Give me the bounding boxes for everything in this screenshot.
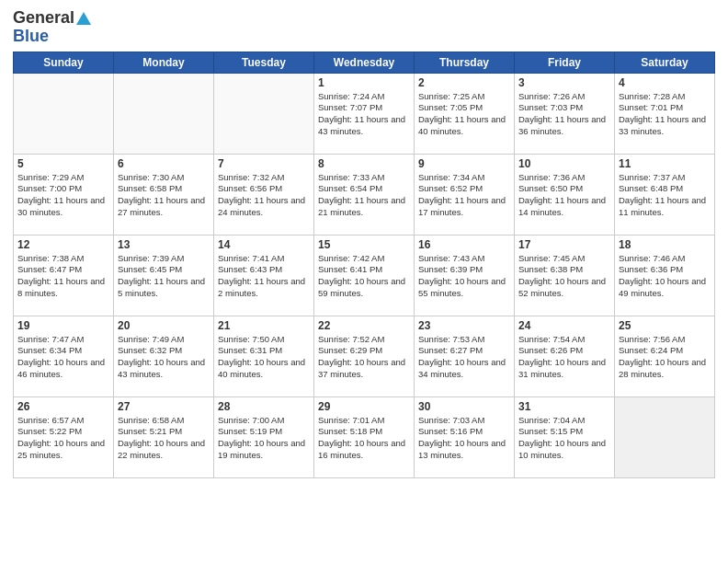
sunset-label: Sunset: 6:43 PM [218,264,282,274]
daylight-label: Daylight: 11 hours and 5 minutes. [118,276,205,298]
day-number: 26 [17,400,109,413]
cell-content: Sunrise: 7:41 AMSunset: 6:43 PMDaylight:… [218,253,310,300]
cell-content: Sunrise: 7:28 AMSunset: 7:01 PMDaylight:… [619,91,711,138]
calendar-cell: 20Sunrise: 7:49 AMSunset: 6:32 PMDayligh… [114,316,214,396]
logo: General Blue [13,9,92,46]
sunrise-label: Sunrise: 7:33 AM [318,172,384,182]
sunset-label: Sunset: 6:26 PM [518,345,583,355]
day-number: 10 [518,157,610,170]
day-number: 2 [418,76,510,89]
cell-content: Sunrise: 7:49 AMSunset: 6:32 PMDaylight:… [118,334,210,381]
cell-content: Sunrise: 7:53 AMSunset: 6:27 PMDaylight:… [418,334,510,381]
sunset-label: Sunset: 7:00 PM [17,183,82,193]
day-number: 7 [218,157,310,170]
day-number: 5 [17,157,109,170]
calendar-cell: 16Sunrise: 7:43 AMSunset: 6:39 PMDayligh… [415,235,515,316]
sunrise-label: Sunrise: 7:04 AM [518,415,585,425]
daylight-label: Daylight: 10 hours and 13 minutes. [418,438,506,460]
daylight-label: Daylight: 10 hours and 40 minutes. [218,357,305,379]
sunrise-label: Sunrise: 6:57 AM [17,415,84,425]
sunrise-label: Sunrise: 7:24 AM [318,91,384,101]
sunset-label: Sunset: 5:19 PM [218,426,282,436]
sunrise-label: Sunrise: 7:28 AM [619,91,685,101]
sunrise-label: Sunrise: 7:54 AM [518,334,585,344]
sunset-label: Sunset: 7:01 PM [619,102,683,112]
daylight-label: Daylight: 11 hours and 36 minutes. [518,114,606,136]
calendar-cell: 23Sunrise: 7:53 AMSunset: 6:27 PMDayligh… [415,316,515,396]
week-row-4: 26Sunrise: 6:57 AMSunset: 5:22 PMDayligh… [14,396,715,477]
sunrise-label: Sunrise: 6:58 AM [118,415,184,425]
logo-general-text: General [13,9,74,28]
cell-content: Sunrise: 7:47 AMSunset: 6:34 PMDaylight:… [17,334,109,381]
cell-content: Sunrise: 7:25 AMSunset: 7:05 PMDaylight:… [418,91,510,138]
calendar-cell: 9Sunrise: 7:34 AMSunset: 6:52 PMDaylight… [415,154,515,235]
sunset-label: Sunset: 6:50 PM [518,183,583,193]
calendar-cell: 29Sunrise: 7:01 AMSunset: 5:18 PMDayligh… [314,396,415,477]
sunset-label: Sunset: 5:18 PM [318,426,382,436]
sunset-label: Sunset: 6:52 PM [418,183,483,193]
daylight-label: Daylight: 10 hours and 49 minutes. [619,276,706,298]
cell-content: Sunrise: 7:52 AMSunset: 6:29 PMDaylight:… [318,334,410,381]
daylight-label: Daylight: 10 hours and 16 minutes. [318,438,405,460]
sunset-label: Sunset: 6:34 PM [17,345,82,355]
calendar-cell: 7Sunrise: 7:32 AMSunset: 6:56 PMDaylight… [214,154,314,235]
calendar-cell: 24Sunrise: 7:54 AMSunset: 6:26 PMDayligh… [515,316,615,396]
daylight-label: Daylight: 11 hours and 8 minutes. [17,276,105,298]
daylight-label: Daylight: 10 hours and 59 minutes. [318,276,405,298]
calendar-cell: 4Sunrise: 7:28 AMSunset: 7:01 PMDaylight… [615,73,715,154]
day-number: 18 [619,238,711,251]
sunset-label: Sunset: 6:45 PM [118,264,182,274]
header-row: SundayMondayTuesdayWednesdayThursdayFrid… [14,52,715,73]
sunset-label: Sunset: 5:22 PM [17,426,82,436]
cell-content: Sunrise: 7:24 AMSunset: 7:07 PMDaylight:… [318,91,410,138]
daylight-label: Daylight: 10 hours and 46 minutes. [17,357,105,379]
sunset-label: Sunset: 7:03 PM [518,102,583,112]
calendar-cell: 10Sunrise: 7:36 AMSunset: 6:50 PMDayligh… [515,154,615,235]
daylight-label: Daylight: 11 hours and 21 minutes. [318,195,405,217]
sunset-label: Sunset: 6:32 PM [118,345,182,355]
calendar-cell: 3Sunrise: 7:26 AMSunset: 7:03 PMDaylight… [515,73,615,154]
cell-content: Sunrise: 7:30 AMSunset: 6:58 PMDaylight:… [118,172,210,219]
sunrise-label: Sunrise: 7:50 AM [218,334,284,344]
sunset-label: Sunset: 6:27 PM [418,345,483,355]
sunset-label: Sunset: 6:47 PM [17,264,82,274]
day-number: 9 [418,157,510,170]
cell-content: Sunrise: 7:42 AMSunset: 6:41 PMDaylight:… [318,253,410,300]
day-number: 23 [418,319,510,332]
daylight-label: Daylight: 10 hours and 55 minutes. [418,276,506,298]
sunset-label: Sunset: 5:21 PM [118,426,182,436]
sunrise-label: Sunrise: 7:42 AM [318,253,384,263]
week-row-1: 5Sunrise: 7:29 AMSunset: 7:00 PMDaylight… [14,154,715,235]
day-number: 21 [218,319,310,332]
day-number: 8 [318,157,410,170]
sunset-label: Sunset: 5:15 PM [518,426,583,436]
daylight-label: Daylight: 10 hours and 25 minutes. [17,438,105,460]
sunrise-label: Sunrise: 7:25 AM [418,91,484,101]
calendar-cell: 5Sunrise: 7:29 AMSunset: 7:00 PMDaylight… [14,154,114,235]
sunrise-label: Sunrise: 7:32 AM [218,172,284,182]
daylight-label: Daylight: 11 hours and 2 minutes. [218,276,305,298]
cell-content: Sunrise: 7:37 AMSunset: 6:48 PMDaylight:… [619,172,711,219]
sunrise-label: Sunrise: 7:46 AM [619,253,685,263]
sunrise-label: Sunrise: 7:37 AM [619,172,685,182]
sunrise-label: Sunrise: 7:39 AM [118,253,184,263]
day-number: 19 [17,319,109,332]
calendar-cell: 15Sunrise: 7:42 AMSunset: 6:41 PMDayligh… [314,235,415,316]
calendar-cell [214,73,314,154]
cell-content: Sunrise: 6:58 AMSunset: 5:21 PMDaylight:… [118,415,210,462]
daylight-label: Daylight: 11 hours and 24 minutes. [218,195,305,217]
cell-content: Sunrise: 7:33 AMSunset: 6:54 PMDaylight:… [318,172,410,219]
day-number: 15 [318,238,410,251]
sunrise-label: Sunrise: 7:03 AM [418,415,484,425]
header-friday: Friday [515,52,615,73]
daylight-label: Daylight: 11 hours and 30 minutes. [17,195,105,217]
sunset-label: Sunset: 6:48 PM [619,183,683,193]
daylight-label: Daylight: 10 hours and 31 minutes. [518,357,606,379]
sunset-label: Sunset: 6:54 PM [318,183,382,193]
calendar-cell: 31Sunrise: 7:04 AMSunset: 5:15 PMDayligh… [515,396,615,477]
daylight-label: Daylight: 11 hours and 33 minutes. [619,114,706,136]
cell-content: Sunrise: 7:56 AMSunset: 6:24 PMDaylight:… [619,334,711,381]
day-number: 22 [318,319,410,332]
day-number: 3 [518,76,610,89]
cell-content: Sunrise: 7:43 AMSunset: 6:39 PMDaylight:… [418,253,510,300]
